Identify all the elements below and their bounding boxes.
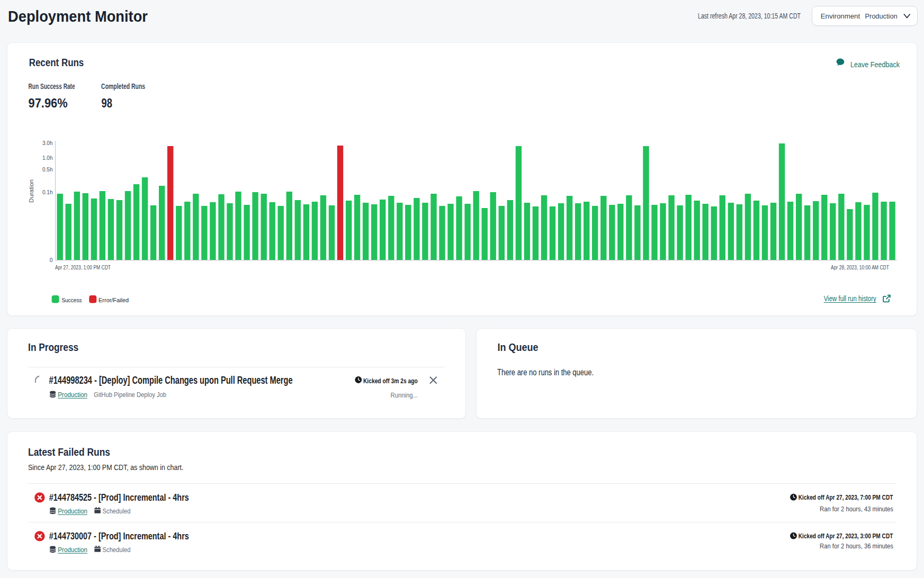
svg-text:Duration: Duration (28, 179, 34, 203)
svg-text:Since Apr 27, 2023, 1:00 PM CD: Since Apr 27, 2023, 1:00 PM CDT, as show… (28, 464, 184, 472)
svg-text:#144784525 - [Prod] Incrementa: #144784525 - [Prod] Incremental - 4hrs (49, 492, 189, 503)
svg-text:0: 0 (50, 257, 53, 263)
svg-text:Leave Feedback: Leave Feedback (850, 60, 900, 69)
svg-text:Success: Success (62, 297, 82, 303)
svg-text:In Queue: In Queue (498, 341, 539, 353)
svg-text:Kicked off 3m 2s ago: Kicked off 3m 2s ago (363, 377, 418, 385)
svg-text:GitHub Pipeline Deploy Job: GitHub Pipeline Deploy Job (94, 391, 166, 399)
svg-text:Environment: Environment (821, 12, 860, 20)
svg-text:Apr 28, 2023, 10:00 AM CDT: Apr 28, 2023, 10:00 AM CDT (831, 264, 889, 270)
svg-text:Ran for 2 hours, 43 minutes: Ran for 2 hours, 43 minutes (820, 505, 893, 513)
svg-text:Recent Runs: Recent Runs (29, 57, 84, 68)
svg-text:Scheduled: Scheduled (103, 507, 131, 515)
svg-text:Production: Production (865, 12, 897, 20)
svg-text:97.96%: 97.96% (29, 96, 68, 110)
svg-text:1.0h: 1.0h (42, 155, 53, 161)
svg-text:98: 98 (102, 96, 113, 110)
svg-text:Deployment Monitor: Deployment Monitor (8, 8, 148, 25)
svg-text:Last refresh Apr 28, 2023, 10:: Last refresh Apr 28, 2023, 10:15 AM CDT (698, 12, 801, 20)
svg-text:Ran for 2 hours, 36 minutes: Ran for 2 hours, 36 minutes (820, 542, 893, 550)
svg-text:Kicked off Apr 27, 2023, 7:00: Kicked off Apr 27, 2023, 7:00 PM CDT (799, 494, 893, 501)
svg-text:Run Success Rate: Run Success Rate (29, 82, 75, 91)
svg-text:Production: Production (58, 546, 87, 554)
svg-text:Latest Failed Runs: Latest Failed Runs (28, 446, 110, 458)
svg-text:Running...: Running... (391, 391, 418, 399)
svg-text:View full run history: View full run history (824, 294, 876, 303)
svg-text:Error/Failed: Error/Failed (98, 297, 129, 303)
svg-text:#144730007 - [Prod] Incrementa: #144730007 - [Prod] Incremental - 4hrs (49, 530, 189, 541)
svg-text:3.0h: 3.0h (42, 140, 53, 146)
svg-text:Completed Runs: Completed Runs (101, 82, 145, 91)
svg-text:#144998234 - [Deploy] Compile: #144998234 - [Deploy] Compile Changes up… (49, 374, 293, 386)
svg-text:Production: Production (58, 391, 87, 399)
svg-text:In Progress: In Progress (28, 341, 78, 353)
svg-text:Kicked off Apr 27, 2023, 3:00: Kicked off Apr 27, 2023, 3:00 PM CDT (799, 532, 893, 540)
svg-text:There are no runs in the queue: There are no runs in the queue. (497, 368, 594, 377)
svg-text:Production: Production (58, 507, 87, 515)
svg-text:Scheduled: Scheduled (103, 546, 131, 554)
svg-text:0.5h: 0.5h (42, 166, 53, 173)
svg-text:0.1h: 0.1h (42, 189, 53, 195)
svg-text:Apr 27, 2023, 1:00 PM CDT: Apr 27, 2023, 1:00 PM CDT (55, 264, 111, 270)
